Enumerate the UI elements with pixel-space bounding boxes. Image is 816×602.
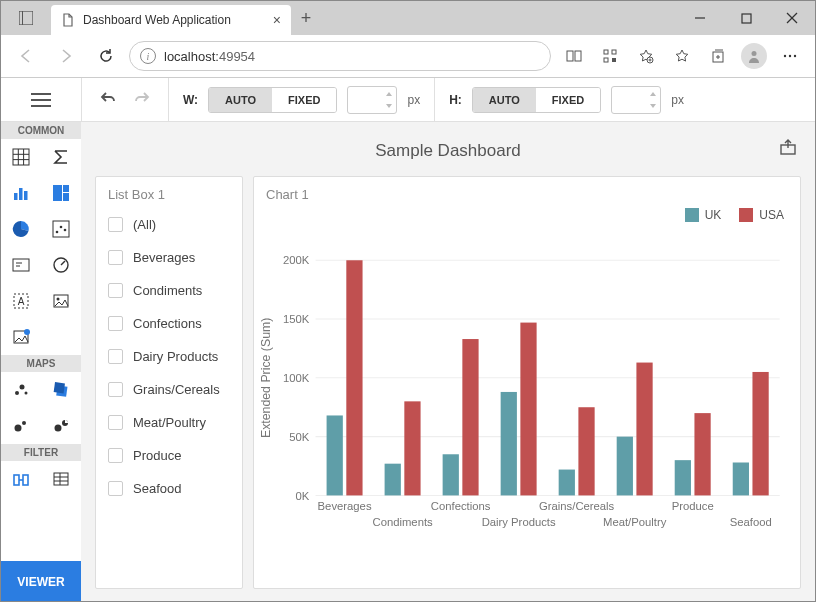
item-scatter-icon[interactable]: [41, 211, 81, 247]
listbox-panel: List Box 1 (All)BeveragesCondimentsConfe…: [95, 176, 243, 589]
width-auto-button[interactable]: AUTO: [209, 88, 272, 112]
svg-text:Dairy Products: Dairy Products: [482, 516, 556, 528]
svg-rect-61: [54, 473, 68, 485]
close-window-button[interactable]: [769, 1, 815, 35]
viewer-button[interactable]: VIEWER: [1, 561, 81, 602]
map-pie-icon[interactable]: [41, 408, 81, 444]
item-chart-icon[interactable]: [1, 175, 41, 211]
menu-button[interactable]: [1, 93, 81, 107]
filter-range-icon[interactable]: [1, 461, 41, 497]
height-value-input[interactable]: [611, 86, 661, 114]
app-toolbar: W: AUTO FIXED px H: AUTO FIXED px: [1, 78, 815, 122]
height-auto-button[interactable]: AUTO: [473, 88, 536, 112]
listbox-title: List Box 1: [96, 177, 242, 208]
svg-rect-90: [578, 407, 594, 495]
reader-icon[interactable]: [557, 39, 591, 73]
checkbox-icon[interactable]: [108, 316, 123, 331]
checkbox-icon[interactable]: [108, 481, 123, 496]
map-bubble-icon[interactable]: [1, 408, 41, 444]
checkbox-icon[interactable]: [108, 415, 123, 430]
tab-close-icon[interactable]: ×: [273, 12, 281, 28]
svg-rect-0: [19, 11, 33, 25]
checkbox-icon[interactable]: [108, 283, 123, 298]
tab-actions-icon[interactable]: [1, 1, 51, 35]
list-item[interactable]: Confections: [96, 307, 242, 340]
item-card-icon[interactable]: [1, 247, 41, 283]
map-choropleth-icon[interactable]: [1, 372, 41, 408]
list-item[interactable]: Produce: [96, 439, 242, 472]
list-item[interactable]: Grains/Cereals: [96, 373, 242, 406]
svg-text:Confections: Confections: [431, 500, 491, 512]
height-unit: px: [671, 93, 684, 107]
maximize-button[interactable]: [723, 1, 769, 35]
chart-legend: UK USA: [254, 208, 800, 222]
checkbox-icon[interactable]: [108, 382, 123, 397]
favorites-icon[interactable]: [665, 39, 699, 73]
refresh-button[interactable]: [89, 39, 123, 73]
address-bar[interactable]: i localhost:49954: [129, 41, 551, 71]
profile-avatar[interactable]: [737, 39, 771, 73]
favorites-add-icon[interactable]: [629, 39, 663, 73]
filter-list-icon[interactable]: [41, 461, 81, 497]
item-bound-image-icon[interactable]: [1, 319, 41, 355]
export-icon[interactable]: [779, 138, 797, 160]
collections-icon[interactable]: [701, 39, 735, 73]
minimize-button[interactable]: [677, 1, 723, 35]
list-item[interactable]: Dairy Products: [96, 340, 242, 373]
list-item[interactable]: (All): [96, 208, 242, 241]
undo-button[interactable]: [100, 89, 118, 111]
height-control: H: AUTO FIXED px: [435, 86, 698, 114]
item-pie-icon[interactable]: [1, 211, 41, 247]
svg-rect-99: [752, 372, 768, 495]
svg-point-48: [24, 329, 30, 335]
browser-tab[interactable]: Dashboard Web Application ×: [51, 5, 291, 35]
svg-text:Produce: Produce: [672, 500, 714, 512]
sidebar-section-filter: FILTER: [1, 444, 81, 461]
checkbox-icon[interactable]: [108, 250, 123, 265]
checkbox-icon[interactable]: [108, 217, 123, 232]
svg-rect-77: [327, 415, 343, 495]
width-label: W:: [183, 93, 198, 107]
list-item-label: Seafood: [133, 481, 181, 496]
list-item[interactable]: Beverages: [96, 241, 242, 274]
width-fixed-button[interactable]: FIXED: [272, 88, 336, 112]
list-item-label: Dairy Products: [133, 349, 218, 364]
document-icon: [61, 13, 75, 27]
svg-point-36: [60, 226, 63, 229]
svg-point-37: [64, 229, 67, 232]
site-info-icon[interactable]: i: [140, 48, 156, 64]
forward-button[interactable]: [49, 39, 83, 73]
qr-icon[interactable]: [593, 39, 627, 73]
chart-panel: Chart 1 UK USA 0K50K100K150K200KExtended…: [253, 176, 801, 589]
svg-point-55: [22, 421, 26, 425]
list-item[interactable]: Seafood: [96, 472, 242, 505]
item-image-icon[interactable]: [41, 283, 81, 319]
item-grid-icon[interactable]: [1, 139, 41, 175]
redo-button[interactable]: [132, 89, 150, 111]
svg-rect-58: [14, 475, 19, 485]
back-button[interactable]: [9, 39, 43, 73]
svg-rect-59: [23, 475, 28, 485]
more-menu-icon[interactable]: [773, 39, 807, 73]
item-gauge-icon[interactable]: [41, 247, 81, 283]
checkbox-icon[interactable]: [108, 349, 123, 364]
list-item[interactable]: Meat/Poultry: [96, 406, 242, 439]
list-item-label: Beverages: [133, 250, 195, 265]
svg-rect-38: [13, 259, 29, 271]
height-fixed-button[interactable]: FIXED: [536, 88, 600, 112]
svg-text:100K: 100K: [283, 372, 310, 384]
svg-rect-31: [53, 185, 62, 201]
checkbox-icon[interactable]: [108, 448, 123, 463]
new-tab-button[interactable]: +: [291, 8, 321, 29]
browser-titlebar: Dashboard Web Application × +: [1, 1, 815, 35]
width-value-input[interactable]: [347, 86, 397, 114]
item-treemap-icon[interactable]: [41, 175, 81, 211]
svg-rect-80: [385, 464, 401, 496]
svg-point-22: [794, 55, 796, 57]
item-text-icon[interactable]: A: [1, 283, 41, 319]
map-geopoint-icon[interactable]: [41, 372, 81, 408]
item-sigma-icon[interactable]: [41, 139, 81, 175]
svg-text:Meat/Poultry: Meat/Poultry: [603, 516, 667, 528]
svg-rect-96: [694, 413, 710, 495]
list-item[interactable]: Condiments: [96, 274, 242, 307]
